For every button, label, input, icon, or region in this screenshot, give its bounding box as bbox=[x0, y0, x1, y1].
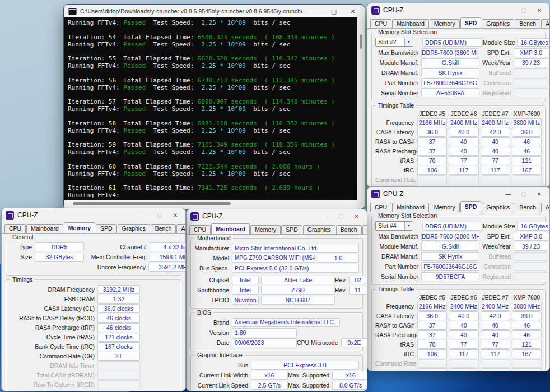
close-button[interactable]: ✕ bbox=[167, 210, 183, 221]
field-label: Model bbox=[194, 255, 232, 262]
dram-manuf-field: SK Hynix bbox=[421, 68, 479, 77]
correction-field bbox=[514, 262, 548, 271]
tab-graphics[interactable]: Graphics bbox=[303, 225, 335, 234]
minimize-button[interactable]: — bbox=[500, 5, 516, 16]
field-label: Serial Number bbox=[375, 273, 421, 280]
field-label: Mem Controller Freq. bbox=[84, 254, 150, 260]
slot-selection-row: DRAM Manuf.SK HynixBuffered bbox=[375, 252, 542, 261]
terminal-body: Running FFTv4: Passed Test Speed: 2.25 *… bbox=[64, 17, 365, 208]
field-label: DRAM Manuf. bbox=[375, 253, 421, 260]
close-button[interactable]: ✕ bbox=[343, 6, 362, 17]
minimize-button[interactable]: — bbox=[136, 210, 152, 221]
dropdown-arrow-icon[interactable]: ▼ bbox=[404, 38, 413, 46]
terminal-titlebar[interactable]: C:\Users\didop\Downloads\y-cruncher v0.8… bbox=[64, 5, 365, 17]
tab-spd[interactable]: SPD bbox=[460, 17, 482, 28]
correction-field bbox=[514, 78, 548, 87]
tab-spd[interactable]: SPD bbox=[460, 201, 482, 212]
terminal-line: Running FFTv4: Passed Test Speed: 2.25 *… bbox=[68, 105, 357, 113]
tab-bench[interactable]: Bench bbox=[336, 225, 362, 234]
slot-type-field: DDR5 (UDIMM) bbox=[422, 222, 483, 231]
tab-mainboard[interactable]: Mainboard bbox=[211, 223, 250, 234]
field-label: Current Link Width bbox=[194, 372, 251, 379]
timing-value: 2400 MHz bbox=[449, 302, 478, 311]
memory-slot-select[interactable]: Slot #4▼ bbox=[375, 221, 413, 231]
timing-value: 42.0 bbox=[481, 311, 510, 320]
field-label: Total CAS# (tRDRAM) bbox=[10, 372, 97, 379]
timing-value bbox=[417, 175, 447, 184]
scrollbar-thumb[interactable] bbox=[73, 202, 231, 205]
channel-field: 4 x 32-bit bbox=[150, 242, 186, 251]
terminal-line: Running FFTv4: bbox=[68, 192, 357, 199]
close-button[interactable]: ✕ bbox=[532, 189, 547, 199]
week-year-field: 39 / 23 bbox=[514, 58, 548, 67]
column-header: JEDEC #7 bbox=[481, 111, 510, 118]
timing-value: 3800 MHz bbox=[512, 302, 542, 311]
close-button[interactable]: ✕ bbox=[532, 5, 547, 16]
bus-specs-field: PCI-Express 5.0 (32.0 GT/s) bbox=[232, 264, 359, 273]
tab-bench[interactable]: Bench bbox=[151, 224, 176, 233]
tab-mainboard[interactable]: Mainboard bbox=[392, 203, 429, 212]
maximize-button[interactable]: ▢ bbox=[324, 6, 343, 17]
tab-cpu[interactable]: CPU bbox=[370, 19, 391, 28]
dropdown-arrow-icon[interactable]: ▼ bbox=[404, 222, 413, 230]
tab-spd[interactable]: SPD bbox=[96, 224, 117, 233]
tab-memory[interactable]: Memory bbox=[64, 222, 95, 233]
slot-selection-row: Part NumberF5-7600J3646G16GCorrection bbox=[375, 78, 542, 87]
spd-ext-field: XMP 3.0 bbox=[514, 48, 548, 57]
dram-frequency-field: 3192.2 MHz bbox=[97, 285, 140, 294]
selected-slot: Slot #2 bbox=[376, 38, 404, 46]
titlebar[interactable]: CPU-Z — ▢ ✕ bbox=[2, 208, 185, 222]
timing-value: 77 bbox=[449, 156, 478, 165]
memory-timing-row: Row To Column (tRCD) bbox=[10, 380, 178, 389]
ras-precharge-trp-field: 46 clocks bbox=[97, 323, 140, 332]
total-cas-trdram-field bbox=[97, 371, 140, 380]
field-label: Module Size bbox=[483, 39, 517, 46]
tab-memory[interactable]: Memory bbox=[430, 19, 460, 28]
tab-mainboard[interactable]: Mainboard bbox=[392, 19, 429, 28]
lpcio-field: NCT6687 bbox=[261, 296, 335, 305]
tab-cpu[interactable]: CPU bbox=[370, 203, 391, 212]
slot-selection-row: Max BandwidthDDR5-7600 (3800 MHz)SPD Ext… bbox=[375, 48, 542, 57]
field-label: Command Rate (CR) bbox=[10, 353, 97, 360]
timing-value: 46 bbox=[512, 137, 542, 146]
tab-memory[interactable]: Memory bbox=[430, 203, 460, 212]
minimize-button[interactable]: — bbox=[305, 6, 324, 17]
field-label: RAS# to CAS# Delay (tRCD) bbox=[10, 315, 97, 321]
tab-graphics[interactable]: Graphics bbox=[482, 203, 514, 212]
tab-bench[interactable]: Bench bbox=[515, 203, 540, 212]
window-title: CPU-Z bbox=[383, 6, 497, 14]
titlebar[interactable]: CPU-Z — ▢ ✕ bbox=[187, 209, 367, 223]
tab-graphics[interactable]: Graphics bbox=[118, 224, 150, 233]
timing-value: 167 bbox=[512, 349, 542, 358]
cpuz-mainboard-window: CPU-Z — ▢ ✕ CPUMainboardMemorySPDGraphic… bbox=[186, 209, 367, 391]
tab-spd[interactable]: SPD bbox=[281, 225, 302, 234]
tab-about[interactable]: About bbox=[176, 224, 186, 233]
memory-slot-select[interactable]: Slot #2▼ bbox=[375, 38, 413, 47]
minimize-button[interactable]: — bbox=[500, 189, 516, 199]
tab-cpu[interactable]: CPU bbox=[4, 224, 26, 233]
corner-cell bbox=[375, 295, 416, 301]
timing-value bbox=[449, 359, 478, 368]
timing-value: 42.0 bbox=[481, 128, 510, 137]
timing-value: 2166 MHz bbox=[417, 118, 447, 127]
spd-ext-field: XMP 3.0 bbox=[514, 232, 548, 241]
tab-graphics[interactable]: Graphics bbox=[482, 19, 514, 28]
timing-value: 117 bbox=[481, 166, 510, 175]
titlebar[interactable]: CPU-Z — ▢ ✕ bbox=[367, 3, 549, 17]
tab-cpu[interactable]: CPU bbox=[189, 225, 211, 234]
tab-mainboard[interactable]: Mainboard bbox=[26, 224, 63, 233]
scrollbar-thumb[interactable] bbox=[360, 34, 362, 49]
tab-about[interactable]: About bbox=[362, 225, 367, 234]
vertical-scrollbar[interactable] bbox=[357, 17, 365, 200]
close-button[interactable]: ✕ bbox=[349, 211, 365, 222]
minimize-button[interactable]: — bbox=[318, 211, 333, 222]
timing-value: 106 bbox=[417, 166, 447, 175]
horizontal-scrollbar[interactable] bbox=[64, 200, 357, 208]
tab-memory[interactable]: Memory bbox=[250, 225, 281, 234]
spd-content: Memory Slot Selection Slot #2▼DDR5 (UDIM… bbox=[367, 29, 549, 188]
max-bandwidth-field: DDR5-7600 (3800 MHz) bbox=[421, 232, 479, 241]
titlebar[interactable]: CPU-Z — ▢ ✕ bbox=[367, 187, 549, 200]
tab-about[interactable]: About bbox=[541, 203, 550, 212]
tab-about[interactable]: About bbox=[541, 19, 550, 28]
tab-bench[interactable]: Bench bbox=[515, 19, 540, 28]
